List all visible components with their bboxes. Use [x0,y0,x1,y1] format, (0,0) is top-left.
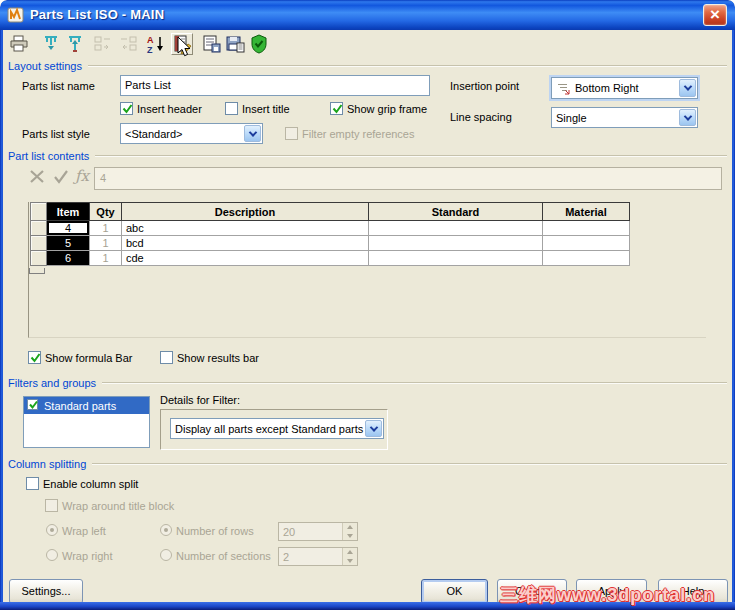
filters-listbox[interactable]: Standard parts [23,396,150,448]
column-header-material[interactable]: Material [543,203,630,221]
cancel-formula-icon [29,169,46,187]
wrap-right-label: Wrap right [62,550,113,562]
header-row: Item Qty Description Standard Material [31,203,630,221]
insert-row-icon[interactable] [40,33,62,55]
toolbar: A Z [3,30,732,57]
column-header-qty[interactable]: Qty [90,203,122,221]
insert-header-checkbox[interactable] [120,102,133,115]
new-row-stub [29,268,45,274]
parts-list-style-label: Parts list style [22,128,90,140]
column-header-item[interactable]: Item [47,203,90,221]
append-row-icon[interactable] [64,33,86,55]
shield-icon[interactable] [248,33,270,55]
column-header-standard[interactable]: Standard [369,203,543,221]
wrap-around-title-block-checkbox [45,499,58,512]
spin-up-icon [343,548,357,557]
section-label: Filters and groups [8,377,96,389]
insert-title-checkbox[interactable] [225,102,238,115]
cell-standard[interactable] [369,236,543,251]
row-selector[interactable] [31,236,47,251]
filter-details-combo[interactable]: Display all parts except Standard parts [170,418,384,439]
cell-description[interactable]: abc [122,221,369,236]
section-divider [88,65,727,66]
cell-standard[interactable] [369,221,543,236]
show-grip-frame-checkbox[interactable] [330,102,343,115]
list-item[interactable]: Standard parts [24,397,149,414]
cell-description[interactable]: cde [122,251,369,266]
show-formula-bar-label: Show formula Bar [45,352,132,364]
filters-and-groups-section: Filters and groups [8,376,727,389]
section-divider [95,155,727,156]
wrap-left-radio [46,524,58,536]
show-results-bar-label: Show results bar [177,352,259,364]
save-table-icon[interactable] [224,33,246,55]
settings-button[interactable]: Settings... [9,579,83,604]
number-of-sections-spinner: 2 [278,547,358,566]
section-divider [92,463,727,464]
table-row: 6 1 cde [31,251,630,266]
close-button[interactable]: × [703,4,727,26]
line-spacing-value: Single [552,112,678,124]
section-label: Part list contents [8,150,89,162]
corner-selector[interactable] [31,203,47,221]
dropdown-arrow[interactable] [244,125,261,142]
svg-text:A: A [147,35,154,45]
watermark: 三维网www.3dportal.cn [500,583,715,607]
filter-details-value: Display all parts except Standard parts [171,423,364,435]
window-title: Parts List ISO - MAIN [30,7,164,22]
parts-list-dialog: Parts List ISO - MAIN × [0,0,735,610]
standard-parts-checkbox[interactable] [27,399,38,410]
wrap-around-title-block-label: Wrap around title block [62,500,174,512]
filter-empty-references-label: Filter empty references [302,128,414,140]
row-selector[interactable] [31,221,47,236]
insertion-point-icon [556,82,571,95]
dropdown-arrow[interactable] [365,420,382,437]
insertion-point-combo[interactable]: Bottom Right [551,77,698,99]
print-icon[interactable] [8,33,30,55]
number-of-rows-spinner: 20 [278,522,358,541]
show-results-bar-checkbox[interactable] [160,351,173,364]
show-formula-bar-checkbox[interactable] [28,351,41,364]
section-label: Layout settings [8,60,82,72]
show-grip-frame-label: Show grip frame [347,103,427,115]
cell-description[interactable]: bcd [122,236,369,251]
parts-table: Item Qty Description Standard Material 4… [30,202,630,266]
row-selector[interactable] [31,251,47,266]
line-spacing-combo[interactable]: Single [551,107,698,128]
titlebar[interactable]: Parts List ISO - MAIN × [0,0,735,30]
cell-qty[interactable]: 1 [90,236,122,251]
parts-list-name-label: Parts list name [22,80,95,92]
parts-list-style-combo[interactable]: <Standard> [120,123,263,144]
function-icon: ƒx [75,167,89,185]
section-divider [102,382,727,383]
details-for-filter-label: Details for Filter: [160,394,240,406]
cell-qty[interactable]: 1 [90,251,122,266]
svg-text:Z: Z [147,45,153,54]
spin-up-icon [343,523,357,532]
parts-grid-panel[interactable]: Item Qty Description Standard Material 4… [28,202,706,338]
insert-header-label: Insert header [137,103,202,115]
number-of-rows-radio [160,524,172,536]
cell-material[interactable] [543,251,630,266]
sort-az-icon[interactable]: A Z [145,33,167,55]
dropdown-arrow[interactable] [679,109,696,126]
insert-table-icon[interactable] [201,33,223,55]
cell-standard[interactable] [369,251,543,266]
cell-item[interactable]: 5 [47,236,90,251]
cell-material[interactable] [543,236,630,251]
cell-item[interactable]: 4 [47,221,90,236]
filter-empty-references-checkbox [285,127,298,140]
enable-column-split-checkbox[interactable] [26,477,39,490]
column-header-description[interactable]: Description [122,203,369,221]
standard-parts-label: Standard parts [44,400,116,412]
line-spacing-label: Line spacing [450,111,512,123]
dropdown-arrow[interactable] [679,79,696,97]
cell-item[interactable]: 6 [47,251,90,266]
split-column-left-icon [92,33,114,55]
formula-input[interactable]: 4 [94,167,722,190]
cell-qty[interactable]: 1 [90,221,122,236]
ok-button[interactable]: OK [421,579,488,604]
app-icon [7,6,25,26]
cell-material[interactable] [543,221,630,236]
parts-list-name-input[interactable]: Parts List [120,75,430,96]
